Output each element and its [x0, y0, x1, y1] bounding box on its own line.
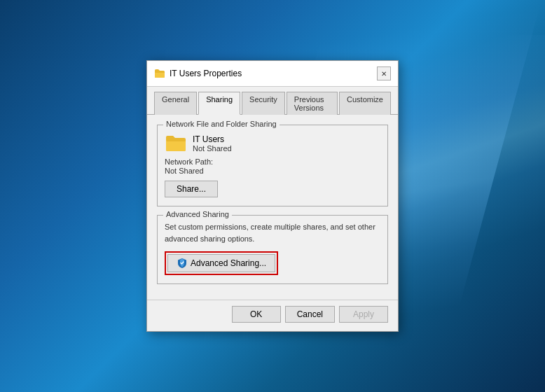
tab-general[interactable]: General [154, 92, 197, 115]
ok-button[interactable]: OK [232, 306, 281, 323]
cancel-button[interactable]: Cancel [285, 306, 335, 323]
advanced-sharing-description: Set custom permissions, create multiple … [165, 221, 380, 244]
close-button[interactable]: ✕ [377, 66, 391, 80]
shield-icon [177, 258, 188, 269]
tab-content: Network File and Folder Sharing IT Users… [147, 115, 398, 300]
dialog-title: IT Users Properties [170, 69, 373, 78]
folder-item: IT Users Not Shared [165, 134, 380, 153]
network-path-label: Network Path: [165, 158, 380, 166]
tab-customize[interactable]: Customize [339, 92, 391, 115]
dialog-overlay: IT Users Properties ✕ General Sharing Se… [0, 0, 545, 392]
folder-icon [165, 134, 187, 153]
bottom-buttons: OK Cancel Apply [147, 300, 398, 331]
network-sharing-title: Network File and Folder Sharing [163, 120, 280, 128]
share-button[interactable]: Share... [165, 181, 218, 197]
tab-sharing[interactable]: Sharing [198, 92, 240, 115]
network-path-value: Not Shared [165, 167, 380, 175]
title-bar: IT Users Properties ✕ [147, 61, 398, 87]
folder-status: Not Shared [193, 144, 232, 153]
advanced-sharing-btn-label: Advanced Sharing... [191, 258, 266, 268]
tab-security[interactable]: Security [242, 92, 285, 115]
advanced-sharing-group: Advanced Sharing Set custom permissions,… [157, 215, 388, 284]
advanced-sharing-btn-highlight: Advanced Sharing... [165, 251, 278, 275]
properties-dialog: IT Users Properties ✕ General Sharing Se… [146, 60, 399, 332]
folder-name: IT Users [193, 134, 232, 144]
advanced-sharing-title: Advanced Sharing [163, 210, 232, 218]
folder-info: IT Users Not Shared [193, 134, 232, 153]
apply-button[interactable]: Apply [339, 306, 388, 323]
tab-previous-versions[interactable]: Previous Versions [287, 92, 338, 115]
tab-bar: General Sharing Security Previous Versio… [147, 87, 398, 115]
title-bar-controls: ✕ [377, 66, 391, 80]
title-bar-folder-icon [154, 68, 165, 79]
network-sharing-group: Network File and Folder Sharing IT Users… [157, 125, 388, 206]
advanced-sharing-button[interactable]: Advanced Sharing... [167, 254, 275, 272]
